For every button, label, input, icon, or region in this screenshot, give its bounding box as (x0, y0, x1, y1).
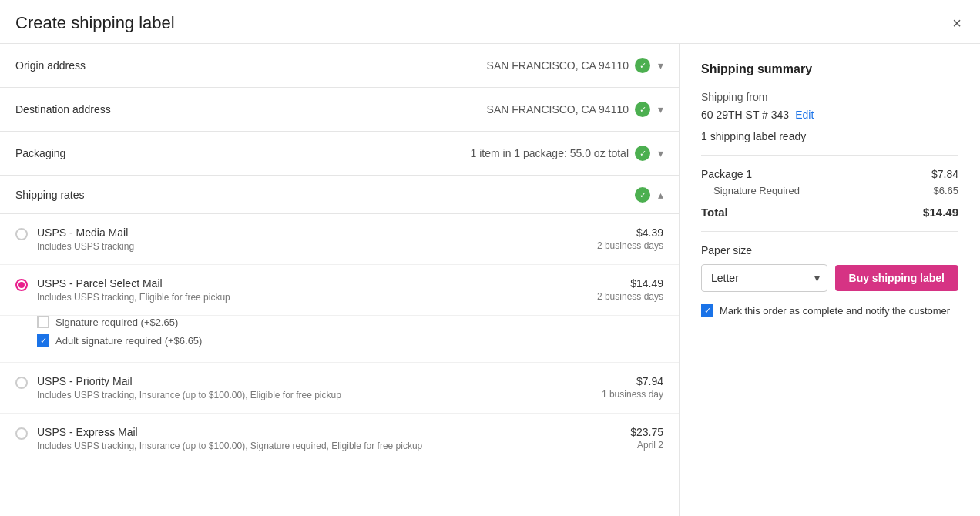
option-adult-signature-label: Adult signature required (+$6.65) (55, 335, 202, 347)
origin-chevron-icon: ▾ (658, 59, 663, 72)
summary-signature-price: $6.65 (933, 185, 958, 196)
checkbox-adult-signature[interactable]: ✓ (37, 334, 49, 347)
rate-price-usps-parcel: $14.49 (597, 277, 663, 290)
summary-package-label: Package 1 (701, 168, 752, 180)
rate-info-usps-media: USPS - Media Mail Includes USPS tracking (37, 226, 597, 252)
rates-title: Shipping rates (15, 189, 635, 201)
rate-days-usps-express: April 2 (630, 440, 663, 451)
summary-divider-top (701, 155, 958, 156)
summary-divider-bottom (701, 231, 958, 232)
summary-total-row: Total $14.49 (701, 206, 958, 219)
origin-label: Origin address (15, 59, 487, 72)
shipping-rates-section: Shipping rates ✓ ▴ USPS - Media Mail Inc… (0, 176, 679, 464)
rate-info-usps-parcel: USPS - Parcel Select Mail Includes USPS … (37, 277, 597, 303)
left-panel: Origin address SAN FRANCISCO, CA 94110 ✓… (0, 44, 680, 516)
summary-signature-label: Signature Required (713, 185, 800, 196)
radio-usps-priority[interactable] (15, 377, 28, 389)
destination-address-row[interactable]: Destination address SAN FRANCISCO, CA 94… (0, 88, 679, 132)
rate-price-block-usps-priority: $7.94 1 business day (602, 375, 663, 400)
rate-info-usps-express: USPS - Express Mail Includes USPS tracki… (37, 426, 630, 451)
rate-name-usps-express: USPS - Express Mail (37, 426, 630, 438)
summary-package-price: $7.84 (931, 168, 958, 180)
destination-chevron-icon: ▾ (658, 103, 663, 116)
rate-days-usps-parcel: 2 business days (597, 291, 663, 302)
origin-address-row[interactable]: Origin address SAN FRANCISCO, CA 94110 ✓… (0, 44, 679, 88)
radio-usps-express[interactable] (15, 427, 28, 440)
radio-usps-parcel[interactable] (15, 279, 28, 291)
paper-size-select[interactable]: Letter 4x6 (701, 264, 827, 292)
paper-size-select-wrapper: Letter 4x6 (701, 264, 827, 292)
packaging-label: Packaging (15, 147, 471, 159)
rate-item-usps-media[interactable]: USPS - Media Mail Includes USPS tracking… (0, 214, 679, 265)
rate-desc-usps-media: Includes USPS tracking (37, 241, 597, 252)
destination-value: SAN FRANCISCO, CA 94110 ✓ (487, 102, 650, 117)
packaging-value: 1 item in 1 package: 55.0 oz total ✓ (471, 146, 650, 161)
rate-days-usps-media: 2 business days (597, 240, 663, 251)
paper-size-label: Paper size (701, 244, 958, 256)
rate-item-usps-express[interactable]: USPS - Express Mail Includes USPS tracki… (0, 414, 679, 464)
rate-price-block-usps-parcel: $14.49 2 business days (597, 277, 663, 302)
summary-signature-row: Signature Required $6.65 (701, 185, 958, 196)
summary-ready-text: 1 shipping label ready (701, 130, 958, 142)
packaging-chevron-icon: ▾ (658, 147, 663, 159)
rates-chevron-icon: ▴ (658, 189, 663, 201)
origin-address-text: SAN FRANCISCO, CA 94110 (487, 59, 629, 72)
rate-price-usps-express: $23.75 (630, 426, 663, 438)
rates-header-right: ✓ ▴ (635, 187, 663, 203)
origin-verified-icon: ✓ (635, 58, 650, 73)
packaging-row[interactable]: Packaging 1 item in 1 package: 55.0 oz t… (0, 132, 679, 176)
modal-body: Origin address SAN FRANCISCO, CA 94110 ✓… (0, 44, 980, 516)
option-signature-label: Signature required (+$2.65) (55, 317, 178, 328)
option-adult-signature: ✓ Adult signature required (+$6.65) (37, 334, 663, 347)
summary-total-label: Total (701, 206, 728, 219)
rate-desc-usps-parcel: Includes USPS tracking, Eligible for fre… (37, 292, 597, 303)
summary-total-price: $14.49 (923, 206, 958, 219)
rate-item-usps-priority[interactable]: USPS - Priority Mail Includes USPS track… (0, 363, 679, 414)
checkbox-signature[interactable] (37, 316, 49, 328)
option-signature: Signature required (+$2.65) (37, 316, 663, 328)
close-button[interactable]: × (949, 12, 965, 34)
packaging-verified-icon: ✓ (635, 146, 650, 161)
notify-row: ✓ Mark this order as complete and notify… (701, 304, 958, 317)
rates-header: Shipping rates ✓ ▴ (0, 176, 679, 214)
rate-name-usps-parcel: USPS - Parcel Select Mail (37, 277, 597, 290)
origin-value: SAN FRANCISCO, CA 94110 ✓ (487, 58, 650, 73)
summary-package-row: Package 1 $7.84 (701, 168, 958, 180)
notify-label: Mark this order as complete and notify t… (720, 305, 950, 317)
summary-from-label: Shipping from (701, 89, 958, 106)
right-panel: Shipping summary Shipping from 60 29TH S… (680, 44, 980, 516)
rate-desc-usps-priority: Includes USPS tracking, Insurance (up to… (37, 390, 602, 400)
modal-header: Create shipping label × (0, 0, 980, 44)
destination-verified-icon: ✓ (635, 102, 650, 117)
radio-usps-media[interactable] (15, 228, 28, 240)
packaging-value-text: 1 item in 1 package: 55.0 oz total (471, 147, 629, 159)
summary-title: Shipping summary (701, 62, 958, 76)
rates-verified-icon: ✓ (635, 187, 650, 203)
rate-item-usps-parcel[interactable]: USPS - Parcel Select Mail Includes USPS … (0, 265, 679, 316)
buy-shipping-label-button[interactable]: Buy shipping label (835, 265, 958, 291)
parcel-options: Signature required (+$2.65) ✓ Adult sign… (0, 316, 679, 363)
summary-address-line: 60 29TH ST # 343 Edit (701, 109, 958, 121)
summary-address-text: 60 29TH ST # 343 (701, 109, 789, 121)
rate-price-usps-media: $4.39 (597, 226, 663, 239)
paper-size-row: Letter 4x6 Buy shipping label (701, 264, 958, 292)
rate-name-usps-media: USPS - Media Mail (37, 226, 597, 239)
rate-price-block-usps-media: $4.39 2 business days (597, 226, 663, 251)
summary-edit-link[interactable]: Edit (795, 109, 814, 121)
rate-price-block-usps-express: $23.75 April 2 (630, 426, 663, 451)
rate-price-usps-priority: $7.94 (602, 375, 663, 387)
rate-info-usps-priority: USPS - Priority Mail Includes USPS track… (37, 375, 602, 400)
destination-label: Destination address (15, 103, 487, 116)
rate-days-usps-priority: 1 business day (602, 389, 663, 400)
notify-checkbox[interactable]: ✓ (701, 304, 713, 317)
rate-name-usps-priority: USPS - Priority Mail (37, 375, 602, 387)
modal-title: Create shipping label (15, 13, 175, 33)
destination-address-text: SAN FRANCISCO, CA 94110 (487, 103, 629, 116)
rate-desc-usps-express: Includes USPS tracking, Insurance (up to… (37, 441, 630, 451)
